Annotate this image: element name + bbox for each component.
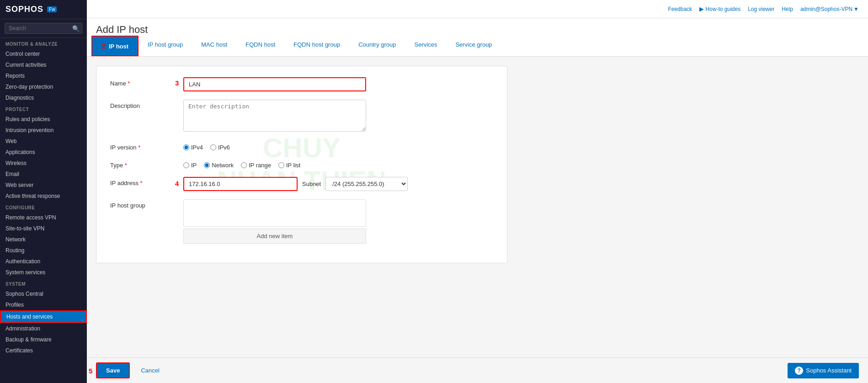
- description-textarea[interactable]: [183, 100, 366, 132]
- form-row-name: Name * 3: [110, 77, 493, 91]
- save-button[interactable]: Save: [96, 362, 130, 378]
- log-viewer-link[interactable]: Log viewer: [748, 6, 774, 12]
- section-protect: PROTECT: [0, 103, 87, 114]
- section-system: SYSTEM: [0, 278, 87, 288]
- step2-badge: 2: [101, 42, 105, 50]
- sidebar-item-email[interactable]: Email: [0, 169, 87, 180]
- sidebar-item-wireless[interactable]: Wireless: [0, 158, 87, 169]
- sidebar-item-diagnostics[interactable]: Diagnostics: [0, 92, 87, 103]
- add-new-item-button[interactable]: Add new item: [183, 229, 366, 244]
- type-ip-radio[interactable]: [183, 162, 189, 168]
- sidebar-item-profiles[interactable]: Profiles: [0, 299, 87, 310]
- sidebar-item-site-to-site-vpn[interactable]: Site-to-site VPN: [0, 223, 87, 234]
- ip-host-group-control: Add new item: [183, 199, 366, 244]
- form-row-ip-version: IP version * IPv4 IPv6: [110, 141, 493, 151]
- sidebar-item-web[interactable]: Web: [0, 136, 87, 147]
- name-control: 3: [183, 77, 366, 91]
- sidebar-item-network[interactable]: Network: [0, 234, 87, 245]
- video-icon: ▶: [699, 5, 704, 12]
- question-icon: ?: [795, 367, 803, 375]
- section-configure: CONFIGURE: [0, 202, 87, 212]
- type-network-radio[interactable]: [204, 162, 210, 168]
- how-to-guides-link[interactable]: ▶ How-to guides: [699, 5, 740, 12]
- ip-row: Subnet /24 (255.255.255.0)/8 (255.0.0.0)…: [183, 177, 408, 191]
- type-ip-list-radio[interactable]: [278, 162, 284, 168]
- sophos-logo-text: SOPHOS: [5, 5, 43, 14]
- sidebar-item-zero-day[interactable]: Zero-day protection: [0, 81, 87, 92]
- sidebar-item-administration[interactable]: Administration: [0, 323, 87, 334]
- sidebar-item-reports[interactable]: Reports: [0, 70, 87, 81]
- search-icon: 🔍: [72, 25, 80, 32]
- page-title: Add IP host: [96, 24, 859, 36]
- search-box-container: 🔍: [0, 19, 87, 38]
- name-input[interactable]: [183, 77, 366, 91]
- tab-mac-host[interactable]: MAC host: [192, 36, 236, 56]
- sidebar-item-system-services[interactable]: System services: [0, 267, 87, 278]
- form-row-ip-address: IP address * 4 Subnet /24 (255.255.255.0…: [110, 177, 493, 191]
- ip-host-group-label: IP host group: [110, 199, 183, 209]
- sidebar-item-control-center[interactable]: Control center: [0, 48, 87, 59]
- ipv6-option[interactable]: IPv6: [210, 144, 230, 151]
- tab-ip-host-group[interactable]: IP host group: [138, 36, 192, 56]
- type-ip-range-radio[interactable]: [241, 162, 247, 168]
- sidebar-logo: SOPHOS Fw: [0, 0, 87, 19]
- ip-address-input[interactable]: [183, 177, 298, 191]
- feedback-link[interactable]: Feedback: [668, 6, 692, 12]
- step4-badge: 4: [175, 180, 179, 187]
- type-control: IP Network IP range IP list: [183, 159, 366, 169]
- sidebar-item-routing[interactable]: Routing: [0, 245, 87, 256]
- tab-ip-host[interactable]: 2 IP host: [91, 36, 138, 56]
- sidebar-item-intrusion-prevention[interactable]: Intrusion prevention: [0, 125, 87, 136]
- sidebar-item-current-activities[interactable]: Current activities: [0, 59, 87, 70]
- sidebar-item-applications[interactable]: Applications: [0, 147, 87, 158]
- step3-badge: 3: [175, 79, 179, 87]
- form-row-description: Description: [110, 100, 493, 133]
- sidebar-item-sophos-central[interactable]: Sophos Central: [0, 288, 87, 299]
- form-row-ip-host-group: IP host group Add new item: [110, 199, 493, 244]
- content-area: CHUYNHAN THIEN Name * 3 Description: [87, 57, 868, 357]
- tab-services[interactable]: Services: [405, 36, 447, 56]
- search-input[interactable]: [5, 23, 82, 34]
- sidebar-item-authentication[interactable]: Authentication: [0, 256, 87, 267]
- sidebar-item-active-threat-response[interactable]: Active threat response: [0, 191, 87, 202]
- section-monitor-analyze: MONITOR & ANALYZE: [0, 38, 87, 48]
- description-label: Description: [110, 100, 183, 109]
- type-ip-range-option[interactable]: IP range: [241, 162, 271, 169]
- tab-country-group[interactable]: Country group: [349, 36, 405, 56]
- name-label: Name *: [110, 77, 183, 87]
- type-radio-group: IP Network IP range IP list: [183, 159, 366, 169]
- footer: 5 Save Cancel ? Sophos Assistant: [87, 357, 868, 383]
- ipv6-radio[interactable]: [210, 144, 216, 150]
- type-network-option[interactable]: Network: [204, 162, 234, 169]
- ipv4-option[interactable]: IPv4: [183, 144, 203, 151]
- sidebar-item-hosts-and-services[interactable]: Hosts and services: [0, 310, 87, 323]
- sidebar-item-remote-access-vpn[interactable]: Remote access VPN: [0, 212, 87, 223]
- type-ip-option[interactable]: IP: [183, 162, 197, 169]
- page-header: Add IP host: [87, 18, 868, 36]
- form-card: CHUYNHAN THIEN Name * 3 Description: [96, 66, 507, 263]
- form-row-type: Type * IP Network: [110, 159, 493, 169]
- sidebar-item-rules-policies[interactable]: Rules and policies: [0, 114, 87, 125]
- topbar: Feedback ▶ How-to guides Log viewer Help…: [87, 0, 868, 18]
- subnet-label: Subnet: [302, 181, 321, 187]
- sidebar: SOPHOS Fw 🔍 MONITOR & ANALYZE Control ce…: [0, 0, 87, 383]
- ip-version-label: IP version *: [110, 141, 183, 151]
- ipv4-radio[interactable]: [183, 144, 189, 150]
- ip-version-control: IPv4 IPv6: [183, 141, 366, 151]
- sidebar-item-certificates[interactable]: Certificates: [0, 345, 87, 356]
- tab-fqdn-host-group[interactable]: FQDN host group: [284, 36, 349, 56]
- help-link[interactable]: Help: [782, 6, 793, 12]
- sidebar-item-backup-firmware[interactable]: Backup & firmware: [0, 334, 87, 345]
- sidebar-item-web-server[interactable]: Web server: [0, 180, 87, 191]
- ip-address-control: 4 Subnet /24 (255.255.255.0)/8 (255.0.0.…: [183, 177, 408, 191]
- ip-host-group-area: [183, 199, 366, 227]
- tab-service-group[interactable]: Service group: [446, 36, 501, 56]
- type-label: Type *: [110, 159, 183, 169]
- ip-address-label: IP address *: [110, 177, 183, 186]
- sophos-assistant-button[interactable]: ? Sophos Assistant: [788, 363, 859, 378]
- admin-link[interactable]: admin@Sophos-VPN ▼: [800, 6, 859, 12]
- type-ip-list-option[interactable]: IP list: [278, 162, 301, 169]
- subnet-select[interactable]: /24 (255.255.255.0)/8 (255.0.0.0)/16 (25…: [325, 177, 408, 191]
- cancel-button[interactable]: Cancel: [135, 363, 165, 378]
- tab-fqdn-host[interactable]: FQDN host: [236, 36, 284, 56]
